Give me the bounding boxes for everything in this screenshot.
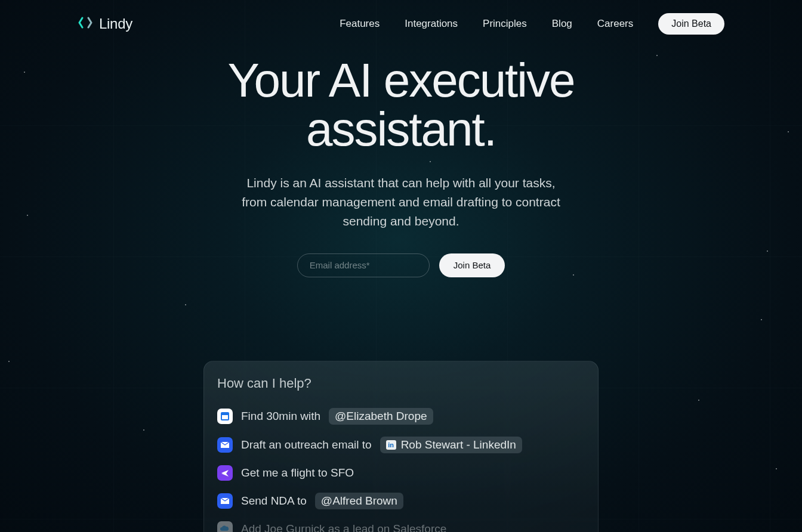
nav-careers[interactable]: Careers — [597, 18, 633, 30]
suggestion-text: Send NDA to — [241, 494, 307, 508]
calendar-icon — [217, 409, 233, 424]
suggestion-text: Find 30min with — [241, 410, 320, 423]
suggestion-item[interactable]: Draft an outreach email to in Rob Stewar… — [217, 437, 585, 453]
primary-nav: Features Integrations Principles Blog Ca… — [340, 13, 724, 35]
hero-headline: Your AI executive assistant. — [132, 56, 670, 153]
suggestion-text: Get me a flight to SFO — [241, 466, 354, 480]
email-field[interactable] — [297, 253, 430, 277]
assistant-suggestion-card: How can I help? Find 30min with @Elizabe… — [203, 361, 599, 532]
suggestion-list: Find 30min with @Elizabeth Drope Draft a… — [217, 408, 585, 532]
hero-subhead: Lindy is an AI assistant that can help w… — [234, 174, 568, 231]
nav-principles[interactable]: Principles — [483, 18, 527, 30]
nav-features[interactable]: Features — [340, 18, 380, 30]
mail-icon — [217, 493, 233, 509]
suggestion-item[interactable]: Add Joe Gurnick as a lead on Salesforce — [217, 521, 585, 532]
suggestion-text: Add Joe Gurnick as a lead on Salesforce — [241, 522, 446, 532]
nav-join-beta-button[interactable]: Join Beta — [658, 13, 724, 35]
mention-pill: @Alfred Brown — [315, 493, 403, 509]
mail-icon — [217, 437, 233, 453]
hero-section: Your AI executive assistant. Lindy is an… — [0, 56, 802, 277]
salesforce-icon — [217, 521, 233, 532]
logo-icon — [78, 16, 93, 32]
suggestion-item[interactable]: Send NDA to @Alfred Brown — [217, 493, 585, 509]
mention-pill: in Rob Stewart - LinkedIn — [380, 437, 522, 453]
suggestion-text: Draft an outreach email to — [241, 438, 372, 451]
brand-logo[interactable]: Lindy — [78, 16, 132, 32]
signup-form: Join Beta — [0, 253, 802, 277]
suggestion-item[interactable]: Get me a flight to SFO — [217, 465, 585, 481]
brand-name: Lindy — [99, 16, 132, 32]
suggestion-item[interactable]: Find 30min with @Elizabeth Drope — [217, 408, 585, 425]
signup-join-beta-button[interactable]: Join Beta — [439, 253, 505, 277]
card-title: How can I help? — [217, 376, 585, 391]
plane-icon — [217, 465, 233, 481]
nav-blog[interactable]: Blog — [552, 18, 572, 30]
nav-integrations[interactable]: Integrations — [405, 18, 458, 30]
site-header: Lindy Features Integrations Principles B… — [0, 0, 802, 35]
mention-pill: @Elizabeth Drope — [329, 408, 433, 425]
linkedin-icon: in — [386, 440, 396, 450]
